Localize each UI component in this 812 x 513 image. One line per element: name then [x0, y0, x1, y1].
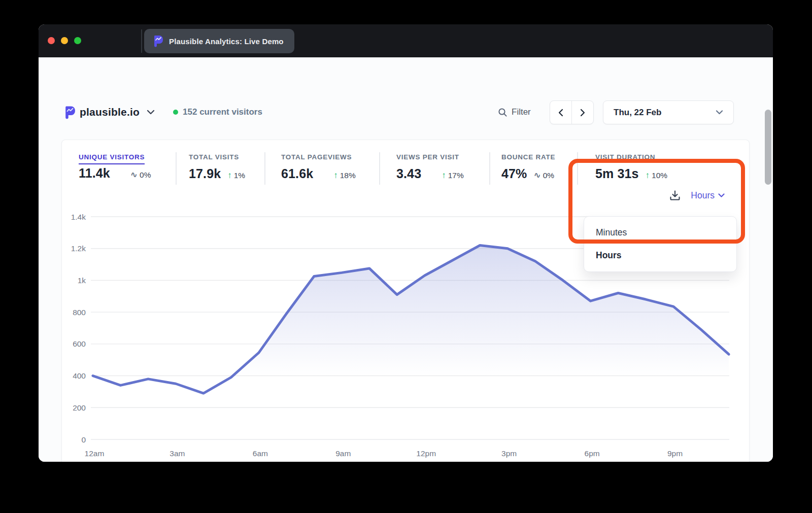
svg-text:1k: 1k	[78, 276, 86, 285]
interval-selected-label: Hours	[691, 190, 715, 201]
stat-label: BOUNCE RATE	[501, 153, 555, 161]
zoom-window-button[interactable]	[74, 37, 81, 44]
svg-text:3pm: 3pm	[501, 449, 517, 458]
svg-text:200: 200	[73, 403, 86, 412]
menu-item-hours[interactable]: Hours	[584, 244, 736, 267]
stat-label: UNIQUE VISITORS	[79, 153, 145, 164]
svg-text:12pm: 12pm	[416, 449, 436, 458]
tab-separator	[141, 29, 142, 53]
scrollbar-thumb[interactable]	[765, 110, 771, 185]
svg-text:6pm: 6pm	[585, 449, 600, 458]
svg-text:800: 800	[73, 308, 86, 317]
stat-value: 47%	[501, 166, 527, 181]
filter-label: Filter	[512, 107, 531, 117]
tab-title: Plausible Analytics: Live Demo	[169, 37, 284, 46]
dashboard-page: plausible.io 152 current visitors Filter	[39, 57, 773, 462]
browser-tab[interactable]: Plausible Analytics: Live Demo	[144, 29, 294, 53]
browser-window: Plausible Analytics: Live Demo plausible…	[39, 24, 773, 462]
stat-divider	[264, 152, 265, 185]
minimize-window-button[interactable]	[61, 37, 68, 44]
stat-total-visits[interactable]: TOTAL VISITS 17.9k ↑1%	[189, 152, 245, 187]
stat-value: 17.9k	[189, 166, 221, 181]
search-icon	[498, 108, 507, 117]
current-visitors-count[interactable]: 152 current visitors	[183, 107, 262, 117]
stat-visit-duration[interactable]: VISIT DURATION 5m 31s ↑10%	[595, 152, 667, 187]
flat-trend-icon: ∿	[533, 170, 540, 181]
site-header: plausible.io 152 current visitors	[64, 102, 262, 122]
stat-change: 1%	[234, 171, 245, 180]
plausible-favicon-icon	[153, 35, 163, 47]
up-arrow-icon: ↑	[333, 170, 338, 181]
svg-text:600: 600	[73, 339, 86, 348]
flat-trend-icon: ∿	[130, 169, 138, 180]
svg-text:1.4k: 1.4k	[71, 213, 86, 221]
stat-divider	[577, 152, 578, 185]
date-picker-button[interactable]: Thu, 22 Feb	[603, 100, 734, 124]
svg-text:3am: 3am	[170, 449, 185, 458]
interval-selector-button[interactable]: Hours	[691, 190, 725, 201]
stat-total-pageviews[interactable]: TOTAL PAGEVIEWS 61.6k ↑18%	[281, 152, 356, 187]
date-picker-label: Thu, 22 Feb	[614, 108, 661, 118]
browser-tab-bar: Plausible Analytics: Live Demo	[39, 24, 773, 57]
svg-text:0: 0	[81, 435, 86, 444]
stat-change: 18%	[340, 171, 356, 180]
prev-period-button[interactable]	[550, 101, 572, 124]
stat-change: 0%	[140, 170, 151, 180]
stat-change: 17%	[448, 171, 464, 180]
stat-divider	[176, 152, 177, 185]
interval-dropdown-menu: Minutes Hours	[584, 216, 737, 272]
live-visitors-dot	[173, 110, 178, 115]
date-nav-buttons	[550, 100, 594, 124]
date-picker-chevron-down-icon	[716, 110, 723, 115]
stat-bounce-rate[interactable]: BOUNCE RATE 47% ∿0%	[501, 152, 555, 187]
stat-unique-visitors[interactable]: UNIQUE VISITORS 11.4k ∿0%	[79, 152, 151, 187]
filter-button[interactable]: Filter	[498, 105, 531, 119]
svg-text:9pm: 9pm	[667, 449, 683, 458]
download-icon[interactable]	[669, 190, 681, 201]
stat-label: TOTAL PAGEVIEWS	[281, 153, 352, 161]
stat-label: TOTAL VISITS	[189, 153, 239, 161]
stat-divider	[489, 152, 490, 185]
site-name[interactable]: plausible.io	[80, 106, 140, 118]
stat-label: VISIT DURATION	[595, 153, 655, 161]
chevron-left-icon	[558, 109, 563, 117]
next-period-button[interactable]	[572, 101, 593, 124]
svg-text:12am: 12am	[85, 449, 105, 458]
up-arrow-icon: ↑	[227, 170, 232, 181]
chart-toolbar: Hours	[669, 190, 725, 201]
stat-value: 3.43	[396, 166, 421, 181]
stat-value: 11.4k	[79, 166, 110, 181]
svg-text:1.2k: 1.2k	[71, 244, 86, 253]
close-window-button[interactable]	[48, 37, 55, 44]
up-arrow-icon: ↑	[442, 170, 446, 181]
menu-item-minutes[interactable]: Minutes	[584, 221, 736, 244]
stat-change: 0%	[543, 171, 554, 180]
stat-value: 61.6k	[281, 166, 313, 181]
stat-change: 10%	[652, 171, 667, 180]
stat-value: 5m 31s	[595, 166, 639, 181]
stat-label: VIEWS PER VISIT	[396, 153, 459, 161]
interval-chevron-down-icon	[718, 193, 725, 197]
svg-text:9am: 9am	[335, 449, 351, 458]
svg-text:6am: 6am	[253, 449, 268, 458]
up-arrow-icon: ↑	[646, 170, 650, 181]
site-switcher-chevron-down-icon[interactable]	[147, 110, 155, 115]
plausible-logo-icon	[64, 106, 76, 119]
chevron-right-icon	[580, 109, 585, 117]
stat-views-per-visit[interactable]: VIEWS PER VISIT 3.43 ↑17%	[396, 152, 464, 187]
stat-divider	[379, 152, 380, 185]
svg-text:400: 400	[73, 371, 86, 380]
analytics-card: UNIQUE VISITORS 11.4k ∿0% TOTAL VISITS 1…	[61, 140, 750, 462]
